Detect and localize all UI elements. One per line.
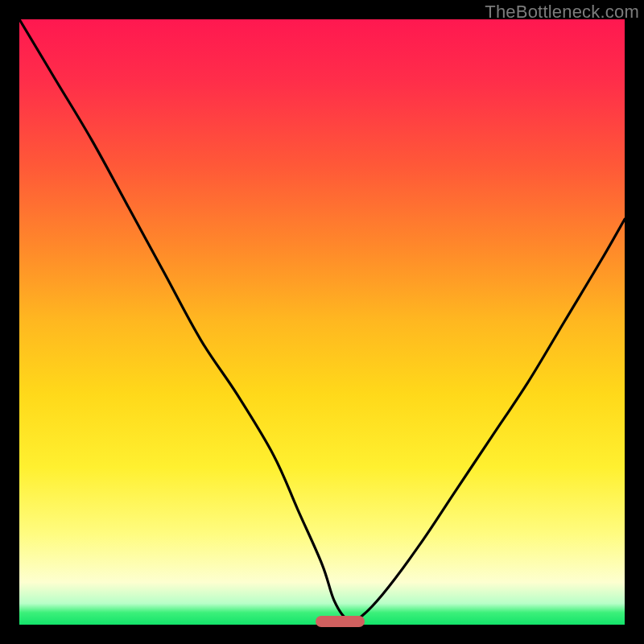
bottleneck-curve	[19, 19, 625, 621]
curve-overlay	[19, 19, 625, 625]
minimum-marker	[316, 616, 364, 627]
watermark-text: TheBottleneck.com	[485, 2, 639, 23]
